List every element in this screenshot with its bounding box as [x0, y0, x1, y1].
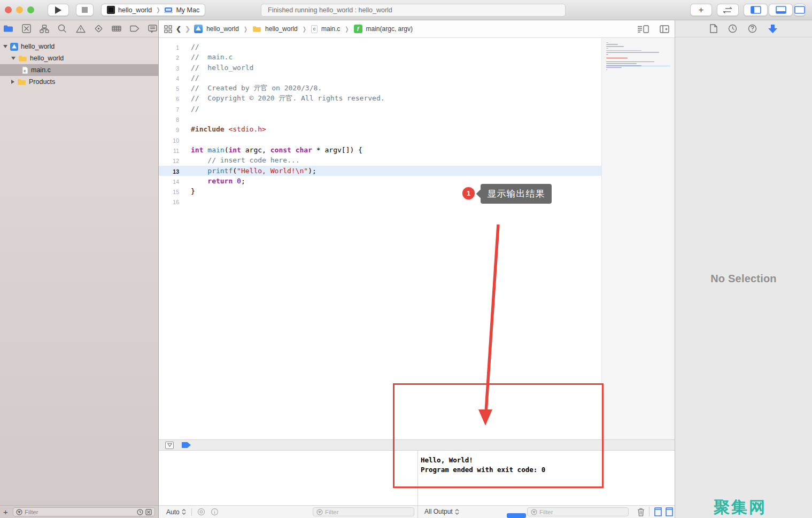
gauge-columns-icon — [112, 25, 121, 33]
breakpoints-toggle-icon[interactable] — [181, 442, 191, 449]
source-control-navigator-tab[interactable] — [21, 23, 32, 34]
line-number: 12 — [159, 155, 183, 165]
code-text — [183, 196, 191, 206]
minimap[interactable] — [601, 38, 675, 439]
disclosure-triangle-icon[interactable] — [11, 80, 14, 84]
variables-scope-popup[interactable]: Auto — [166, 508, 186, 516]
project-navigator-tab[interactable] — [3, 23, 14, 34]
jumpbar-crumb-symbol[interactable]: main(argc, argv) — [366, 25, 413, 33]
add-editor-icon[interactable] — [660, 25, 669, 33]
variables-filter-input[interactable]: Filter — [313, 507, 414, 516]
code-text: printf("Hello, World!\n"); — [183, 166, 316, 176]
quick-help-inspector-icon[interactable] — [748, 24, 757, 33]
close-window-button[interactable] — [5, 6, 12, 13]
show-variables-view-icon[interactable] — [654, 507, 662, 516]
clear-console-trash-icon[interactable] — [637, 508, 645, 516]
console-filter-input[interactable]: Filter — [527, 507, 629, 516]
tree-row-label: main.c — [31, 66, 51, 74]
source-editor[interactable]: 1//2// main.c3// hello_world4//5// Creat… — [159, 38, 675, 439]
back-chevron-icon[interactable]: ❮ — [176, 25, 181, 33]
mac-device-icon — [164, 7, 173, 13]
code-line[interactable]: 3// hello_world — [159, 63, 601, 73]
code-line[interactable]: 8 — [159, 114, 601, 124]
editor-mode-button[interactable] — [717, 4, 739, 16]
disclosure-triangle-icon[interactable] — [11, 57, 16, 60]
run-button[interactable] — [48, 4, 69, 16]
traffic-lights — [5, 6, 34, 13]
library-add-button[interactable]: + — [690, 4, 712, 16]
jumpbar-crumb-group[interactable]: hello_world — [265, 25, 298, 33]
code-text — [183, 114, 191, 124]
watchpoint-icon[interactable] — [197, 508, 205, 516]
tree-row[interactable]: Products — [0, 76, 158, 88]
history-inspector-icon[interactable] — [728, 24, 737, 33]
quick-help-arrow-icon[interactable] — [768, 24, 778, 34]
recent-files-clock-icon[interactable] — [137, 509, 143, 515]
toggle-navigator-button[interactable] — [744, 4, 768, 16]
code-line[interactable]: 5// Created by 亓官 on 2020/3/8. — [159, 83, 601, 93]
toggle-inspector-button[interactable] — [794, 4, 806, 16]
line-number: 16 — [159, 196, 183, 206]
code-line[interactable]: 4// — [159, 73, 601, 83]
chevron-right-icon: ❭ — [243, 26, 249, 33]
debug-console[interactable]: Hello, World! Program ended with exit co… — [159, 451, 675, 505]
disclosure-triangle-icon[interactable] — [3, 45, 7, 48]
scheme-selector[interactable]: hello_world ❭ My Mac — [101, 4, 205, 16]
hide-debug-area-button[interactable] — [165, 442, 174, 449]
code-line[interactable]: 13 printf("Hello, World!\n"); — [159, 166, 601, 176]
report-navigator-tab[interactable] — [147, 23, 158, 34]
code-line[interactable]: 9#include <stdio.h> — [159, 124, 601, 134]
code-line[interactable]: 1// — [159, 42, 601, 52]
code-text — [183, 135, 191, 145]
console-scope-popup[interactable]: All Output — [424, 508, 459, 515]
editor-options-icon[interactable] — [637, 25, 649, 33]
file-inspector-icon[interactable] — [710, 24, 717, 33]
line-number: 4 — [159, 73, 183, 83]
popup-chevrons-icon — [455, 509, 459, 515]
code-text: } — [183, 186, 195, 196]
code-line[interactable]: 6// Copyright © 2020 亓官. All rights rese… — [159, 93, 601, 103]
tree-row[interactable]: hello_world — [0, 41, 158, 52]
source-control-status-icon[interactable] — [145, 509, 152, 515]
code-line[interactable]: 2// main.c — [159, 52, 601, 62]
code-line[interactable]: 12 // insert code here... — [159, 155, 601, 165]
diamond-icon — [94, 24, 103, 33]
report-bubble-icon — [148, 25, 157, 33]
svg-text:c: c — [24, 68, 26, 73]
navigator-filter-input[interactable]: Filter — [13, 507, 155, 516]
jumpbar-crumb-file[interactable]: main.c — [321, 25, 340, 33]
line-number: 5 — [159, 83, 183, 93]
issue-navigator-tab[interactable] — [75, 23, 86, 34]
code-line[interactable]: 7// — [159, 104, 601, 114]
find-navigator-tab[interactable] — [57, 23, 68, 34]
filter-icon — [531, 509, 537, 515]
show-console-view-icon[interactable] — [665, 507, 674, 516]
console-output-line: Program ended with exit code: 0 — [421, 465, 545, 475]
toggle-debug-area-button[interactable] — [769, 4, 793, 16]
variables-console-divider[interactable] — [417, 451, 418, 505]
forward-chevron-icon[interactable]: ❯ — [185, 25, 190, 33]
zoom-window-button[interactable] — [27, 6, 34, 13]
code-line[interactable]: 10 — [159, 135, 601, 145]
test-navigator-tab[interactable] — [93, 23, 104, 34]
minimize-window-button[interactable] — [16, 6, 23, 13]
code-line[interactable]: 11int main(int argc, const char * argv[]… — [159, 145, 601, 155]
symbol-navigator-tab[interactable] — [39, 23, 50, 34]
stop-button[interactable] — [76, 4, 94, 16]
line-number: 14 — [159, 176, 183, 186]
add-file-button[interactable]: + — [3, 507, 10, 516]
tree-row[interactable]: cmain.c — [0, 64, 158, 76]
status-text: Finished running hello_world : hello_wor… — [268, 6, 392, 14]
related-items-grid-icon[interactable] — [164, 25, 172, 33]
breakpoint-navigator-tab[interactable] — [129, 23, 140, 34]
warning-triangle-icon — [76, 25, 86, 33]
info-icon[interactable] — [211, 508, 219, 516]
chevron-right-icon: ❭ — [344, 26, 350, 33]
tree-row[interactable]: hello_world — [0, 52, 158, 64]
line-number: 6 — [159, 93, 183, 103]
debug-navigator-tab[interactable] — [111, 23, 122, 34]
stop-icon — [82, 7, 88, 13]
jumpbar-crumb-project[interactable]: hello_world — [206, 25, 239, 33]
tooltip-text: 显示输出结果 — [488, 188, 545, 200]
folder-icon — [18, 55, 27, 62]
